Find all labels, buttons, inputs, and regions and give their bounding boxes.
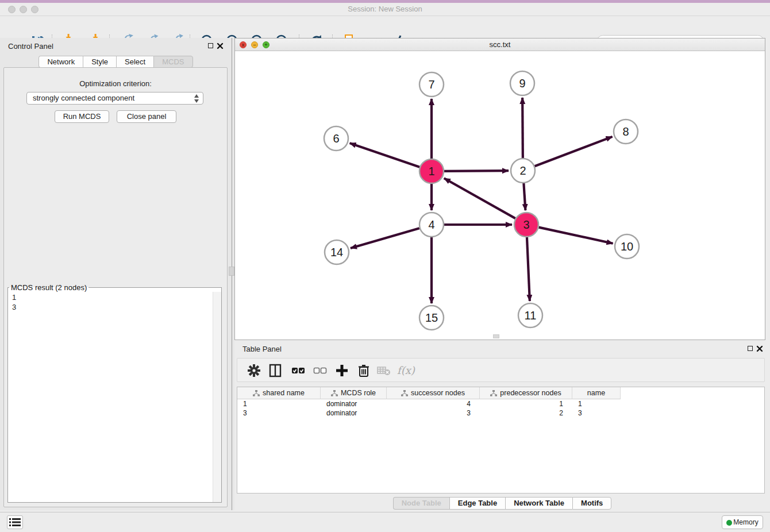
- graph-node-label: 11: [525, 309, 537, 322]
- graph-edge-3-11[interactable]: [527, 237, 530, 301]
- graph-node-label: 15: [425, 311, 438, 324]
- network-graph[interactable]: 7968124314101511: [235, 51, 765, 340]
- tab-mcds[interactable]: MCDS: [153, 56, 192, 68]
- graph-node-label: 6: [333, 132, 339, 145]
- column-label: successor nodes: [411, 389, 465, 397]
- titlebar: Session: New Session: [0, 0, 770, 16]
- graph-node-label: 9: [519, 77, 525, 90]
- close-panel-icon[interactable]: [756, 344, 764, 352]
- run-mcds-button[interactable]: Run MCDS: [55, 110, 109, 123]
- column-header-name[interactable]: name: [572, 387, 621, 399]
- tab-edge-table[interactable]: Edge Table: [449, 497, 505, 510]
- control-panel-header: Control Panel: [0, 38, 232, 54]
- control-panel-title: Control Panel: [8, 42, 53, 51]
- table-panel-tabs: Node Table Edge Table Network Table Moti…: [234, 497, 770, 510]
- graph-edge-1-6[interactable]: [350, 143, 420, 167]
- table-panel-title: Table Panel: [242, 345, 282, 353]
- table-cell[interactable]: dominator: [321, 399, 387, 408]
- graph-node-label: 4: [428, 218, 434, 231]
- column-label: MCDS role: [341, 389, 376, 397]
- memory-button[interactable]: Memory: [722, 515, 763, 529]
- window-title: Session: New Session: [0, 5, 770, 13]
- splitter-grip[interactable]: [229, 267, 234, 276]
- canvas-resize-grip[interactable]: [493, 334, 499, 338]
- float-panel-icon[interactable]: [748, 346, 753, 351]
- graph-edge-2-9[interactable]: [522, 98, 523, 158]
- table-settings-gear-icon[interactable]: [247, 363, 261, 378]
- tab-style[interactable]: Style: [83, 56, 116, 68]
- table-row[interactable]: 3dominator323: [237, 408, 764, 418]
- delete-table-icon[interactable]: [377, 365, 392, 380]
- table-row[interactable]: 1dominator411: [237, 399, 764, 408]
- table-cell[interactable]: 3: [572, 408, 621, 418]
- node-table-header: shared name MCDS role successor nodes pr…: [237, 387, 621, 399]
- tab-network-table[interactable]: Network Table: [505, 497, 572, 510]
- tab-motifs[interactable]: Motifs: [572, 497, 611, 510]
- mcds-tab-content: Optimization criterion: strongly connect…: [3, 67, 228, 507]
- table-cell[interactable]: 2: [480, 408, 572, 418]
- control-panel: Control Panel Network Style Select MCDS …: [0, 38, 232, 510]
- main-toolbar: [0, 16, 770, 37]
- network-window-title: scc.txt: [235, 40, 765, 49]
- table-cell[interactable]: 4: [387, 399, 480, 408]
- graph-node-label: 8: [622, 125, 629, 138]
- graph-node-label: 10: [621, 240, 633, 253]
- mcds-result-title: MCDS result (2 nodes): [9, 283, 88, 292]
- result-scrollbar[interactable]: [213, 292, 221, 502]
- column-header-shared-name[interactable]: shared name: [237, 387, 321, 399]
- select-stepper-icon: [194, 94, 199, 103]
- function-builder-icon[interactable]: f(x): [397, 364, 412, 379]
- deselect-all-icon[interactable]: [313, 363, 328, 378]
- memory-label: Memory: [733, 518, 758, 526]
- column-label: name: [587, 389, 605, 397]
- graph-node-label: 2: [519, 164, 526, 177]
- attribute-icon: [490, 390, 497, 396]
- show-columns-icon[interactable]: [268, 363, 283, 378]
- attribute-icon: [401, 390, 408, 396]
- graph-edge-4-14[interactable]: [351, 228, 419, 248]
- delete-column-trash-icon[interactable]: [356, 363, 371, 378]
- table-cell[interactable]: 1: [480, 399, 572, 408]
- graph-node-label: 3: [523, 218, 529, 231]
- network-canvas[interactable]: 7968124314101511: [235, 51, 765, 340]
- float-panel-icon[interactable]: [208, 43, 213, 48]
- table-panel: Table Panel: [234, 341, 770, 512]
- graph-node-label: 1: [428, 165, 434, 178]
- add-column-icon[interactable]: [334, 363, 349, 378]
- column-label: predecessor nodes: [500, 389, 561, 397]
- attribute-icon: [331, 390, 338, 396]
- column-header-successor-nodes[interactable]: successor nodes: [387, 387, 480, 399]
- node-table-body[interactable]: 1dominator4113dominator323: [237, 399, 764, 418]
- criterion-value: strongly connected component: [33, 94, 134, 102]
- graph-edge-3-1[interactable]: [444, 178, 515, 218]
- tab-node-table[interactable]: Node Table: [393, 497, 449, 510]
- graph-node-label: 14: [330, 246, 343, 259]
- criterion-select[interactable]: strongly connected component: [26, 92, 203, 105]
- column-header-predecessor-nodes[interactable]: predecessor nodes: [480, 387, 572, 399]
- table-cell[interactable]: 3: [387, 408, 480, 418]
- close-panel-button[interactable]: Close panel: [117, 110, 176, 123]
- node-table[interactable]: shared name MCDS role successor nodes pr…: [237, 387, 765, 494]
- optimization-criterion-label: Optimization criterion:: [4, 79, 227, 88]
- attribute-icon: [253, 390, 260, 396]
- table-cell[interactable]: 1: [237, 399, 321, 408]
- graph-edge-2-3[interactable]: [523, 183, 525, 210]
- tab-select[interactable]: Select: [116, 56, 153, 68]
- table-cell[interactable]: dominator: [321, 408, 387, 418]
- graph-edge-2-8[interactable]: [535, 137, 613, 166]
- tab-network[interactable]: Network: [38, 56, 83, 68]
- graph-edge-3-10[interactable]: [538, 228, 613, 244]
- network-view-window: x – + scc.txt 7968124314101511: [234, 38, 765, 340]
- network-window-titlebar: x – + scc.txt: [235, 38, 765, 51]
- table-toolbar: f(x): [237, 358, 765, 382]
- close-panel-icon[interactable]: [217, 41, 225, 49]
- task-history-button[interactable]: [7, 515, 23, 529]
- column-label: shared name: [263, 389, 305, 397]
- column-header-mcds-role[interactable]: MCDS role: [321, 387, 387, 399]
- table-cell[interactable]: 3: [237, 408, 321, 418]
- mcds-result-list[interactable]: 1 3: [8, 292, 213, 502]
- graph-edge-1-2[interactable]: [444, 171, 509, 171]
- table-cell[interactable]: 1: [572, 399, 621, 408]
- control-panel-tabs: Network Style Select MCDS: [0, 56, 232, 68]
- select-all-icon[interactable]: [291, 363, 306, 378]
